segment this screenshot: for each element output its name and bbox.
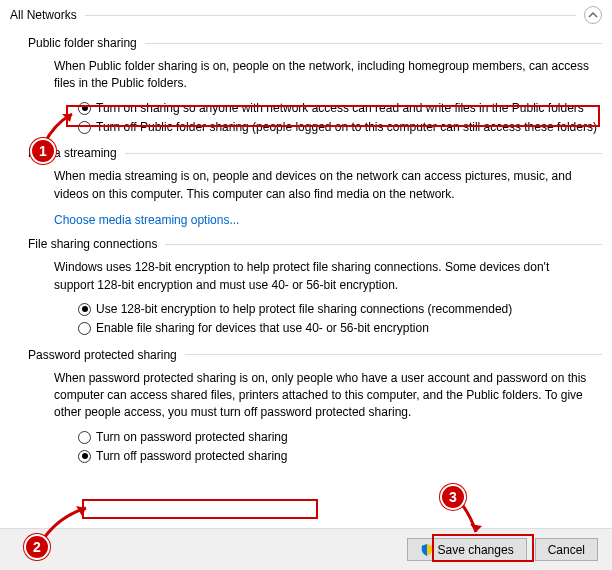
- content-area: Public folder sharing When Public folder…: [0, 36, 612, 525]
- radio-label: Turn on sharing so anyone with network a…: [96, 100, 602, 117]
- section-file-sharing-connections: File sharing connections Windows uses 12…: [10, 237, 602, 337]
- section-description: When media streaming is on, people and d…: [10, 160, 602, 209]
- section-title: Media streaming: [10, 146, 602, 160]
- radio-option-fsc-128[interactable]: Use 128-bit encryption to help protect f…: [78, 300, 602, 319]
- collapse-button[interactable]: [584, 6, 602, 24]
- header-divider: [85, 15, 576, 16]
- shield-icon: [420, 543, 434, 557]
- radio-label: Turn on password protected sharing: [96, 429, 602, 446]
- section-title: Public folder sharing: [10, 36, 602, 50]
- radio-group-pfs: Turn on sharing so anyone with network a…: [10, 99, 602, 137]
- section-title: Password protected sharing: [10, 348, 602, 362]
- radio-option-pfs-off[interactable]: Turn off Public folder sharing (people l…: [78, 118, 602, 137]
- section-description: When Public folder sharing is on, people…: [10, 50, 602, 99]
- section-title-text: Password protected sharing: [28, 348, 177, 362]
- header-title: All Networks: [10, 8, 77, 22]
- button-label: Cancel: [548, 543, 585, 557]
- section-divider: [145, 43, 602, 44]
- section-title-text: Public folder sharing: [28, 36, 137, 50]
- radio-label: Use 128-bit encryption to help protect f…: [96, 301, 602, 318]
- radio-option-pps-on[interactable]: Turn on password protected sharing: [78, 428, 602, 447]
- radio-group-pps: Turn on password protected sharing Turn …: [10, 428, 602, 466]
- section-description: When password protected sharing is on, o…: [10, 362, 602, 428]
- radio-option-fsc-4056[interactable]: Enable file sharing for devices that use…: [78, 319, 602, 338]
- media-streaming-options-link[interactable]: Choose media streaming options...: [10, 213, 239, 227]
- section-description: Windows uses 128-bit encryption to help …: [10, 251, 602, 300]
- radio-input[interactable]: [78, 431, 91, 444]
- section-title: File sharing connections: [10, 237, 602, 251]
- save-changes-button[interactable]: Save changes: [407, 538, 527, 561]
- section-password-protected-sharing: Password protected sharing When password…: [10, 348, 602, 466]
- radio-label: Turn off password protected sharing: [96, 448, 602, 465]
- radio-option-pfs-on[interactable]: Turn on sharing so anyone with network a…: [78, 99, 602, 118]
- radio-option-pps-off[interactable]: Turn off password protected sharing: [78, 447, 602, 466]
- section-title-text: Media streaming: [28, 146, 117, 160]
- section-public-folder-sharing: Public folder sharing When Public folder…: [10, 36, 602, 136]
- radio-input[interactable]: [78, 102, 91, 115]
- radio-input[interactable]: [78, 303, 91, 316]
- section-divider: [185, 354, 602, 355]
- radio-input[interactable]: [78, 450, 91, 463]
- chevron-up-icon: [588, 10, 598, 20]
- section-header-all-networks: All Networks: [0, 0, 612, 26]
- cancel-button[interactable]: Cancel: [535, 538, 598, 561]
- section-media-streaming: Media streaming When media streaming is …: [10, 146, 602, 227]
- radio-label: Turn off Public folder sharing (people l…: [96, 119, 602, 136]
- button-label: Save changes: [438, 543, 514, 557]
- radio-group-fsc: Use 128-bit encryption to help protect f…: [10, 300, 602, 338]
- footer-bar: Save changes Cancel: [0, 528, 612, 570]
- radio-label: Enable file sharing for devices that use…: [96, 320, 602, 337]
- section-divider: [125, 153, 602, 154]
- section-title-text: File sharing connections: [28, 237, 157, 251]
- radio-input[interactable]: [78, 121, 91, 134]
- section-divider: [165, 244, 602, 245]
- radio-input[interactable]: [78, 322, 91, 335]
